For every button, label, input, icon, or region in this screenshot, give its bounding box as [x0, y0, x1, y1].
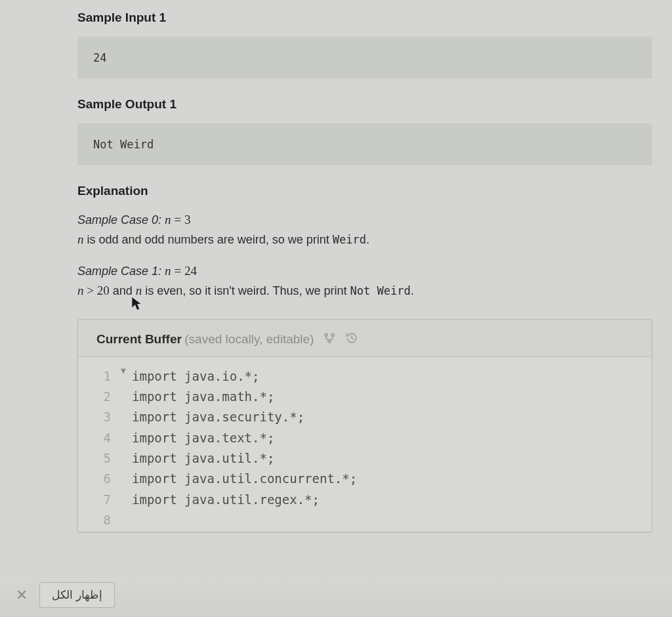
case0-n2: n	[77, 232, 84, 246]
svg-point-1	[331, 333, 334, 336]
code-editor[interactable]: 1▼import java.io.*;2import java.math.*;3…	[78, 357, 652, 532]
explanation-heading: Explanation	[77, 184, 652, 198]
case1-label: Sample Case 1:	[77, 265, 161, 278]
code-text[interactable]: import java.util.concurrent.*;	[132, 469, 357, 489]
code-line[interactable]: 1▼import java.io.*;	[78, 366, 652, 387]
sample-input-heading: Sample Input 1	[77, 11, 652, 25]
history-icon[interactable]	[345, 331, 358, 347]
case1-20: 20	[97, 284, 110, 297]
case0-text: is odd and odd numbers are weird, so we …	[84, 233, 333, 246]
line-number: 6	[78, 469, 115, 489]
line-number: 4	[78, 428, 115, 448]
case1-code: Not Weird	[350, 284, 411, 297]
code-text[interactable]: import java.text.*;	[132, 428, 274, 448]
code-text[interactable]: import java.io.*;	[132, 366, 259, 387]
case1-eq: =	[175, 264, 184, 278]
code-text[interactable]: import java.security.*;	[132, 407, 304, 427]
case0-code: Weird	[333, 233, 366, 246]
line-number: 5	[78, 448, 115, 469]
editor-header: Current Buffer (saved locally, editable)	[78, 320, 652, 357]
fold-toggle-icon[interactable]: ▼	[115, 366, 132, 375]
svg-point-0	[325, 333, 327, 336]
code-text[interactable]: import java.math.*;	[132, 387, 274, 407]
case1-n: n	[165, 264, 171, 278]
case1-n3: n	[136, 284, 142, 297]
show-all-button[interactable]: إظهار الكل	[39, 582, 115, 608]
code-line[interactable]: 2import java.math.*;	[78, 387, 652, 407]
sample-input-box: 24	[77, 37, 652, 79]
code-text[interactable]: import java.util.regex.*;	[132, 490, 320, 510]
code-line[interactable]: 6import java.util.concurrent.*;	[78, 469, 652, 489]
code-line[interactable]: 3import java.security.*;	[78, 407, 652, 427]
code-line[interactable]: 8	[78, 510, 652, 530]
code-line[interactable]: 5import java.util.*;	[78, 448, 652, 469]
case0-eq: =	[175, 213, 184, 226]
code-line[interactable]: 4import java.text.*;	[78, 428, 652, 448]
code-text[interactable]: import java.util.*;	[132, 448, 274, 469]
bottom-bar: ✕ إظهار الكل	[0, 576, 672, 617]
sample-output-box: Not Weird	[77, 123, 652, 165]
branch-icon[interactable]	[323, 331, 336, 347]
line-number: 3	[78, 407, 115, 427]
case1-mid: and	[110, 284, 136, 297]
line-number: 8	[78, 510, 115, 530]
line-number: 2	[78, 387, 115, 407]
explanation-body: Sample Case 0: n = 3 n is odd and odd nu…	[77, 210, 652, 301]
line-number: 1	[78, 366, 115, 387]
code-line[interactable]: 7import java.util.regex.*;	[78, 490, 652, 510]
case1-n2: n	[77, 284, 84, 297]
case1-val: 24	[184, 264, 197, 278]
case1-gt: >	[84, 284, 97, 297]
case1-post: .	[411, 284, 414, 297]
editor-title: Current Buffer	[96, 332, 182, 346]
line-number: 7	[78, 490, 115, 510]
editor-subtitle: (saved locally, editable)	[184, 332, 314, 346]
case0-n: n	[165, 213, 171, 226]
case0-label: Sample Case 0:	[77, 213, 161, 226]
close-icon[interactable]: ✕	[13, 587, 30, 604]
case1-tail: is even, so it isn't weird. Thus, we pri…	[142, 284, 350, 297]
case0-val: 3	[184, 213, 191, 226]
case0-post: .	[366, 233, 369, 246]
editor-panel: Current Buffer (saved locally, editable)	[77, 319, 652, 533]
sample-output-heading: Sample Output 1	[77, 97, 652, 112]
